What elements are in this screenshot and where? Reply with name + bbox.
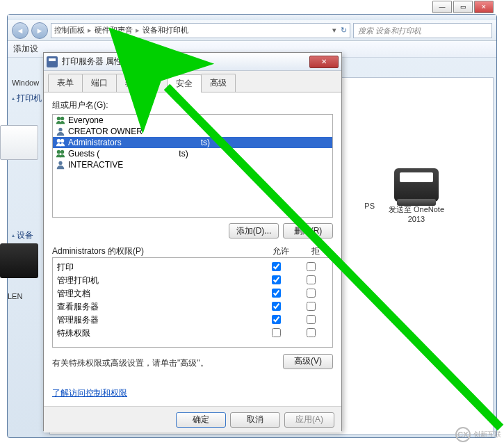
deny-checkbox[interactable] xyxy=(307,315,316,324)
user-row[interactable]: Guests (ts) xyxy=(53,148,332,159)
user-icon xyxy=(56,115,65,125)
user-name: Administrators xyxy=(68,138,122,147)
watermark-logo-icon: CX xyxy=(455,427,471,442)
xps-printer-label: PS xyxy=(364,202,375,210)
allow-column: 允许 xyxy=(263,245,298,257)
deny-checkbox[interactable] xyxy=(307,302,316,311)
add-button[interactable]: 添加(D)... xyxy=(229,223,279,238)
permission-name: 管理打印机 xyxy=(57,275,259,286)
back-button[interactable]: ◄ xyxy=(12,22,29,39)
user-row[interactable]: INTERACTIVE xyxy=(53,159,332,170)
user-name: CREATOR OWNER xyxy=(68,127,143,136)
svg-point-1 xyxy=(60,117,64,120)
search-input[interactable]: 搜索 设备和打印机 xyxy=(353,23,492,38)
breadcrumb[interactable]: 控制面板 ▸ 硬件和声音 ▸ 设备和打印机 ▾ ↻ xyxy=(51,23,350,38)
sidebar-printers-header[interactable]: 打印机 xyxy=(12,92,45,104)
watermark: CX 创新互联 xyxy=(455,427,501,442)
user-row[interactable]: Everyone xyxy=(53,115,332,126)
maximize-button[interactable]: ▭ xyxy=(453,1,473,13)
user-suffix: ts) xyxy=(179,149,188,159)
svg-point-5 xyxy=(57,150,60,154)
printer-item[interactable]: 发送至 OneNote 2013 xyxy=(382,168,451,223)
explorer-titlebar xyxy=(8,15,496,20)
permission-row: 管理文档 xyxy=(57,287,328,300)
group-users-label: 组或用户名(G): xyxy=(52,99,333,111)
user-row[interactable]: Administratorsts) xyxy=(53,137,332,148)
close-button[interactable]: ✕ xyxy=(309,56,339,68)
tab-advanced[interactable]: 高级 xyxy=(201,74,236,92)
close-button[interactable]: ✕ xyxy=(474,1,494,13)
device-label: LEN xyxy=(8,292,22,300)
deny-checkbox[interactable] xyxy=(307,328,316,337)
user-name: INTERACTIVE xyxy=(68,160,123,170)
refresh-icon[interactable]: ↻ xyxy=(341,26,347,35)
svg-point-6 xyxy=(60,150,64,154)
crumb[interactable]: 设备和打印机 xyxy=(143,25,188,35)
svg-point-4 xyxy=(60,139,64,143)
permission-name: 特殊权限 xyxy=(57,327,259,339)
permission-name: 查看服务器 xyxy=(57,301,259,313)
svg-point-3 xyxy=(57,139,60,143)
deny-checkbox[interactable] xyxy=(307,289,316,298)
window-controls: — ▭ ✕ xyxy=(432,1,494,13)
permission-row: 管理打印机 xyxy=(57,274,328,287)
user-icon xyxy=(56,138,65,147)
allow-checkbox[interactable] xyxy=(272,289,281,298)
tab-drivers[interactable]: 驱动程序 xyxy=(116,74,168,92)
tab-security[interactable]: 安全 xyxy=(167,74,202,92)
explorer-toolbar: ◄ ► 控制面板 ▸ 硬件和声音 ▸ 设备和打印机 ▾ ↻ 搜索 设备和打印机 xyxy=(8,20,496,41)
device-thumbnail xyxy=(0,243,38,278)
advanced-button[interactable]: 高级(V) xyxy=(283,354,333,369)
remove-button[interactable]: 删除(R) xyxy=(283,223,333,238)
allow-checkbox[interactable] xyxy=(272,302,281,311)
chevron-right-icon: ▸ xyxy=(134,26,141,35)
minimize-button[interactable]: — xyxy=(432,1,452,13)
window-label: Window xyxy=(12,79,45,86)
permissions-list: 打印管理打印机管理文档查看服务器管理服务器特殊权限 xyxy=(52,257,333,348)
deny-column: 拒 xyxy=(298,245,333,257)
printer-label: 发送至 OneNote 2013 xyxy=(382,204,451,223)
permission-row: 特殊权限 xyxy=(57,327,328,340)
permission-row: 查看服务器 xyxy=(57,300,328,314)
cancel-button[interactable]: 取消 xyxy=(230,412,280,428)
user-name: Everyone xyxy=(68,115,104,125)
printer-icon xyxy=(394,168,439,202)
dropdown-icon[interactable]: ▾ xyxy=(332,26,336,35)
allow-checkbox[interactable] xyxy=(272,262,281,271)
permission-row: 管理服务器 xyxy=(57,314,328,327)
user-row[interactable]: CREATOR OWNER xyxy=(53,126,332,137)
print-server-properties-dialog: 打印服务器 属性 ✕ 表单 端口 驱动程序 安全 高级 组或用户名(G): Ev… xyxy=(43,52,342,431)
forward-button[interactable]: ► xyxy=(31,22,48,39)
user-icon xyxy=(56,160,65,170)
deny-checkbox[interactable] xyxy=(307,262,316,271)
dialog-title: 打印服务器 属性 xyxy=(62,56,309,67)
sidebar-devices-header[interactable]: 设备 xyxy=(12,229,45,241)
dialog-titlebar: 打印服务器 属性 ✕ xyxy=(44,53,341,71)
svg-point-0 xyxy=(57,117,60,120)
advanced-hint: 有关特殊权限或高级设置，请单击"高级"。 xyxy=(52,357,283,369)
ok-button[interactable]: 确定 xyxy=(176,412,226,428)
menu-item[interactable]: 添加设 xyxy=(13,43,38,55)
permission-name: 管理文档 xyxy=(57,288,259,300)
user-name: Guests ( xyxy=(68,149,99,159)
printer-icon xyxy=(47,56,58,67)
crumb[interactable]: 硬件和声音 xyxy=(95,25,133,35)
permissions-header: Administrators 的权限(P) 允许 拒 xyxy=(52,245,333,257)
user-list[interactable]: EveryoneCREATOR OWNERAdministratorsts)Gu… xyxy=(52,114,333,218)
allow-checkbox[interactable] xyxy=(272,328,281,337)
crumb[interactable]: 控制面板 xyxy=(54,25,85,35)
apply-button[interactable]: 应用(A) xyxy=(284,412,334,428)
deny-checkbox[interactable] xyxy=(307,275,316,284)
svg-point-7 xyxy=(58,161,62,165)
permission-name: 打印 xyxy=(57,261,259,273)
allow-checkbox[interactable] xyxy=(272,315,281,324)
permissions-label: Administrators 的权限(P) xyxy=(52,245,263,257)
tab-forms[interactable]: 表单 xyxy=(48,74,83,92)
tab-ports[interactable]: 端口 xyxy=(82,74,117,92)
help-link[interactable]: 了解访问控制和权限 xyxy=(52,388,127,398)
chevron-right-icon: ▸ xyxy=(86,26,93,35)
user-suffix: ts) xyxy=(201,138,210,147)
dialog-body: 组或用户名(G): EveryoneCREATOR OWNERAdministr… xyxy=(44,92,341,406)
allow-checkbox[interactable] xyxy=(272,275,281,284)
svg-point-2 xyxy=(58,128,62,131)
